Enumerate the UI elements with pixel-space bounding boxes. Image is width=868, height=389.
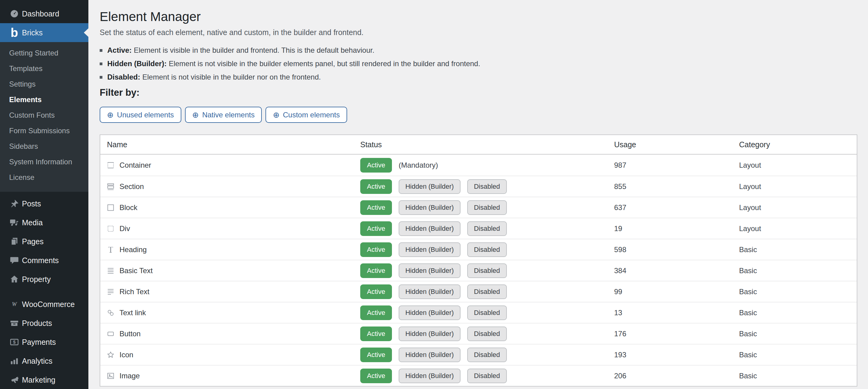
square-bullet-icon — [100, 76, 102, 79]
status-button-active[interactable]: Active — [360, 368, 392, 383]
status-button-active[interactable]: Active — [360, 327, 392, 341]
usage-value: 206 — [614, 371, 739, 380]
sidebar-item-label: WooCommerce — [22, 300, 75, 309]
payments-icon — [9, 337, 20, 347]
filter-button-native-elements[interactable]: ⊕ Native elements — [185, 107, 262, 123]
sidebar-subitem-getting-started[interactable]: Getting Started — [0, 45, 88, 61]
table-row-button: Button ActiveHidden (Builder)Disabled 17… — [100, 323, 857, 344]
sidebar-item-label: Analytics — [22, 357, 53, 365]
sidebar-menu-group-2: WooCommerce Products Payments Analytics … — [0, 295, 88, 389]
sidebar-item-comments[interactable]: Comments — [0, 251, 88, 270]
sidebar-item-dashboard[interactable]: Dashboard — [0, 4, 88, 23]
square-bullet-icon — [100, 49, 102, 52]
category-value: Basic — [739, 308, 857, 317]
sidebar-subitem-system-information[interactable]: System Information — [0, 154, 88, 170]
status-button-disabled[interactable]: Disabled — [467, 327, 507, 341]
status-button-hidden-builder[interactable]: Hidden (Builder) — [399, 263, 461, 278]
status-button-active[interactable]: Active — [360, 348, 392, 362]
status-cell: ActiveHidden (Builder)Disabled — [360, 327, 614, 341]
status-button-active[interactable]: Active — [360, 158, 392, 173]
status-button-hidden-builder[interactable]: Hidden (Builder) — [399, 305, 461, 320]
sidebar-item-products[interactable]: Products — [0, 314, 88, 333]
table-row-icon: Icon ActiveHidden (Builder)Disabled 193 … — [100, 344, 857, 365]
status-button-disabled[interactable]: Disabled — [467, 179, 507, 194]
page-subtitle: Set the status of each element, native a… — [100, 27, 857, 37]
sidebar-item-label: Comments — [22, 256, 59, 265]
text-icon — [106, 266, 115, 275]
sidebar-item-payments[interactable]: Payments — [0, 333, 88, 352]
status-button-active[interactable]: Active — [360, 242, 392, 257]
status-button-hidden-builder[interactable]: Hidden (Builder) — [399, 200, 461, 215]
table-body: Container Active(Mandatory) 987 Layout S… — [100, 155, 857, 386]
table-row-block: Block ActiveHidden (Builder)Disabled 637… — [100, 197, 857, 218]
status-button-disabled[interactable]: Disabled — [467, 285, 507, 299]
sidebar-item-woocommerce[interactable]: WooCommerce — [0, 295, 88, 314]
status-button-hidden-builder[interactable]: Hidden (Builder) — [399, 327, 461, 341]
plus-circle-icon: ⊕ — [192, 111, 199, 119]
status-button-active[interactable]: Active — [360, 200, 392, 215]
sidebar-item-property[interactable]: Property — [0, 270, 88, 289]
sidebar-subitem-sidebars[interactable]: Sidebars — [0, 139, 88, 154]
sidebar-item-label: Property — [22, 275, 51, 284]
status-button-active[interactable]: Active — [360, 263, 392, 278]
legend-term: Active: — [107, 46, 132, 55]
status-button-disabled[interactable]: Disabled — [467, 221, 507, 236]
status-button-disabled[interactable]: Disabled — [467, 305, 507, 320]
status-button-hidden-builder[interactable]: Hidden (Builder) — [399, 285, 461, 299]
sidebar-item-label: Dashboard — [22, 9, 59, 18]
sidebar-subitem-elements[interactable]: Elements — [0, 92, 88, 107]
mandatory-note: (Mandatory) — [399, 161, 438, 170]
status-button-active[interactable]: Active — [360, 179, 392, 194]
sidebar-subitem-form-submissions[interactable]: Form Submissions — [0, 123, 88, 139]
admin-sidebar: Dashboard b Bricks Getting StartedTempla… — [0, 0, 88, 389]
sidebar-item-marketing[interactable]: Marketing — [0, 370, 88, 389]
sidebar-subitem-templates[interactable]: Templates — [0, 61, 88, 76]
content-area: Element Manager Set the status of each e… — [88, 0, 868, 389]
status-button-disabled[interactable]: Disabled — [467, 348, 507, 362]
sidebar-item-analytics[interactable]: Analytics — [0, 352, 88, 370]
sidebar-subitem-custom-fonts[interactable]: Custom Fonts — [0, 107, 88, 123]
filter-buttons: ⊕ Unused elements ⊕ Native elements ⊕ Cu… — [100, 107, 857, 123]
column-header-category: Category — [739, 140, 857, 149]
usage-value: 13 — [614, 308, 739, 317]
status-button-disabled[interactable]: Disabled — [467, 200, 507, 215]
sidebar-subitem-license[interactable]: License — [0, 170, 88, 185]
sidebar-item-label: Marketing — [22, 376, 56, 384]
status-button-hidden-builder[interactable]: Hidden (Builder) — [399, 242, 461, 257]
status-button-disabled[interactable]: Disabled — [467, 242, 507, 257]
status-button-disabled[interactable]: Disabled — [467, 368, 507, 383]
sidebar-item-pages[interactable]: Pages — [0, 232, 88, 251]
sidebar-item-label: Media — [22, 218, 43, 227]
status-cell: ActiveHidden (Builder)Disabled — [360, 305, 614, 320]
status-button-active[interactable]: Active — [360, 305, 392, 320]
sidebar-item-posts[interactable]: Posts — [0, 194, 88, 213]
status-cell: ActiveHidden (Builder)Disabled — [360, 179, 614, 194]
category-value: Basic — [739, 371, 857, 380]
link-icon — [106, 308, 115, 317]
table-row-div: Div ActiveHidden (Builder)Disabled 19 La… — [100, 218, 857, 239]
filter-button-unused-elements[interactable]: ⊕ Unused elements — [100, 107, 181, 123]
status-button-hidden-builder[interactable]: Hidden (Builder) — [399, 179, 461, 194]
status-button-active[interactable]: Active — [360, 221, 392, 236]
element-name: Block — [120, 203, 137, 212]
status-button-active[interactable]: Active — [360, 285, 392, 299]
filter-button-custom-elements[interactable]: ⊕ Custom elements — [266, 107, 347, 123]
legend-item: Disabled: Element is not visible in the … — [100, 72, 857, 82]
marketing-icon — [9, 375, 20, 385]
heading-icon — [106, 245, 115, 254]
status-button-hidden-builder[interactable]: Hidden (Builder) — [399, 368, 461, 383]
sidebar-item-bricks[interactable]: b Bricks — [0, 23, 88, 42]
sidebar-subitem-settings[interactable]: Settings — [0, 76, 88, 92]
status-button-hidden-builder[interactable]: Hidden (Builder) — [399, 348, 461, 362]
category-value: Basic — [739, 351, 857, 359]
status-cell: ActiveHidden (Builder)Disabled — [360, 242, 614, 257]
legend-item: Hidden (Builder): Element is not visible… — [100, 59, 857, 68]
pages-icon — [9, 236, 20, 247]
table-row-text-link: Text link ActiveHidden (Builder)Disabled… — [100, 302, 857, 323]
sidebar-item-media[interactable]: Media — [0, 213, 88, 232]
sidebar-item-label: Payments — [22, 338, 56, 347]
status-button-hidden-builder[interactable]: Hidden (Builder) — [399, 221, 461, 236]
richtext-icon — [106, 287, 115, 296]
usage-value: 855 — [614, 182, 739, 191]
status-button-disabled[interactable]: Disabled — [467, 263, 507, 278]
